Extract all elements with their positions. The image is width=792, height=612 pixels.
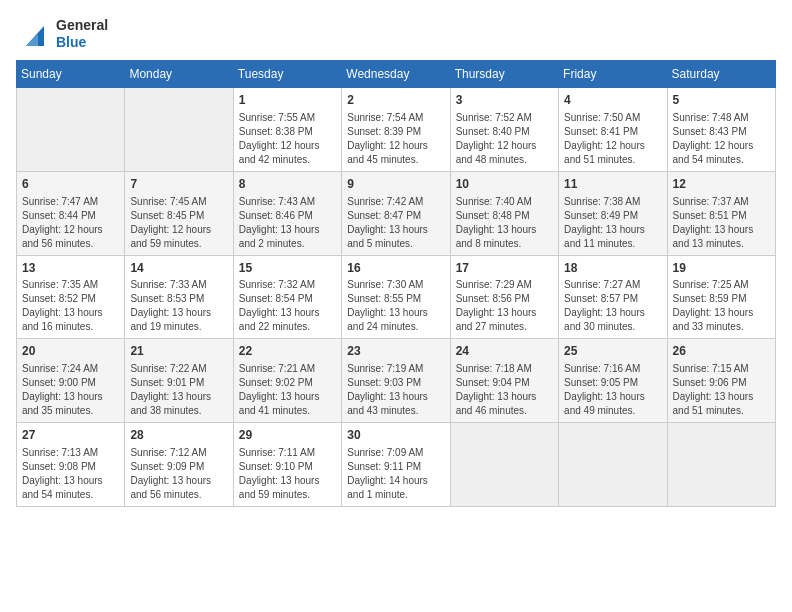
col-header-thursday: Thursday [450, 61, 558, 88]
day-detail: Sunrise: 7:18 AM Sunset: 9:04 PM Dayligh… [456, 362, 553, 418]
day-detail: Sunrise: 7:09 AM Sunset: 9:11 PM Dayligh… [347, 446, 444, 502]
day-number: 18 [564, 260, 661, 277]
calendar-cell-4-4: 23Sunrise: 7:19 AM Sunset: 9:03 PM Dayli… [342, 339, 450, 423]
day-number: 3 [456, 92, 553, 109]
day-detail: Sunrise: 7:42 AM Sunset: 8:47 PM Dayligh… [347, 195, 444, 251]
day-number: 26 [673, 343, 770, 360]
calendar-cell-3-6: 18Sunrise: 7:27 AM Sunset: 8:57 PM Dayli… [559, 255, 667, 339]
day-number: 2 [347, 92, 444, 109]
calendar-cell-1-6: 4Sunrise: 7:50 AM Sunset: 8:41 PM Daylig… [559, 88, 667, 172]
calendar-cell-2-1: 6Sunrise: 7:47 AM Sunset: 8:44 PM Daylig… [17, 171, 125, 255]
day-detail: Sunrise: 7:43 AM Sunset: 8:46 PM Dayligh… [239, 195, 336, 251]
day-detail: Sunrise: 7:25 AM Sunset: 8:59 PM Dayligh… [673, 278, 770, 334]
week-row-5: 27Sunrise: 7:13 AM Sunset: 9:08 PM Dayli… [17, 423, 776, 507]
day-detail: Sunrise: 7:40 AM Sunset: 8:48 PM Dayligh… [456, 195, 553, 251]
day-detail: Sunrise: 7:32 AM Sunset: 8:54 PM Dayligh… [239, 278, 336, 334]
calendar-cell-5-3: 29Sunrise: 7:11 AM Sunset: 9:10 PM Dayli… [233, 423, 341, 507]
calendar-cell-2-6: 11Sunrise: 7:38 AM Sunset: 8:49 PM Dayli… [559, 171, 667, 255]
day-detail: Sunrise: 7:48 AM Sunset: 8:43 PM Dayligh… [673, 111, 770, 167]
calendar-cell-3-2: 14Sunrise: 7:33 AM Sunset: 8:53 PM Dayli… [125, 255, 233, 339]
day-detail: Sunrise: 7:47 AM Sunset: 8:44 PM Dayligh… [22, 195, 119, 251]
day-number: 6 [22, 176, 119, 193]
calendar-cell-5-1: 27Sunrise: 7:13 AM Sunset: 9:08 PM Dayli… [17, 423, 125, 507]
day-detail: Sunrise: 7:29 AM Sunset: 8:56 PM Dayligh… [456, 278, 553, 334]
day-detail: Sunrise: 7:22 AM Sunset: 9:01 PM Dayligh… [130, 362, 227, 418]
week-row-4: 20Sunrise: 7:24 AM Sunset: 9:00 PM Dayli… [17, 339, 776, 423]
day-detail: Sunrise: 7:24 AM Sunset: 9:00 PM Dayligh… [22, 362, 119, 418]
day-number: 7 [130, 176, 227, 193]
day-number: 27 [22, 427, 119, 444]
logo-blue: Blue [56, 34, 108, 51]
day-detail: Sunrise: 7:21 AM Sunset: 9:02 PM Dayligh… [239, 362, 336, 418]
page-header: GeneralBlue [16, 16, 776, 52]
calendar-cell-1-4: 2Sunrise: 7:54 AM Sunset: 8:39 PM Daylig… [342, 88, 450, 172]
day-number: 13 [22, 260, 119, 277]
day-number: 17 [456, 260, 553, 277]
day-detail: Sunrise: 7:54 AM Sunset: 8:39 PM Dayligh… [347, 111, 444, 167]
calendar-cell-3-5: 17Sunrise: 7:29 AM Sunset: 8:56 PM Dayli… [450, 255, 558, 339]
calendar-cell-2-2: 7Sunrise: 7:45 AM Sunset: 8:45 PM Daylig… [125, 171, 233, 255]
day-detail: Sunrise: 7:12 AM Sunset: 9:09 PM Dayligh… [130, 446, 227, 502]
day-number: 8 [239, 176, 336, 193]
day-number: 5 [673, 92, 770, 109]
day-detail: Sunrise: 7:35 AM Sunset: 8:52 PM Dayligh… [22, 278, 119, 334]
calendar-cell-4-3: 22Sunrise: 7:21 AM Sunset: 9:02 PM Dayli… [233, 339, 341, 423]
day-detail: Sunrise: 7:38 AM Sunset: 8:49 PM Dayligh… [564, 195, 661, 251]
svg-marker-1 [26, 34, 38, 46]
col-header-tuesday: Tuesday [233, 61, 341, 88]
col-header-sunday: Sunday [17, 61, 125, 88]
day-number: 22 [239, 343, 336, 360]
col-header-saturday: Saturday [667, 61, 775, 88]
day-detail: Sunrise: 7:30 AM Sunset: 8:55 PM Dayligh… [347, 278, 444, 334]
col-header-wednesday: Wednesday [342, 61, 450, 88]
day-number: 29 [239, 427, 336, 444]
day-number: 25 [564, 343, 661, 360]
day-detail: Sunrise: 7:11 AM Sunset: 9:10 PM Dayligh… [239, 446, 336, 502]
day-detail: Sunrise: 7:19 AM Sunset: 9:03 PM Dayligh… [347, 362, 444, 418]
calendar-cell-4-2: 21Sunrise: 7:22 AM Sunset: 9:01 PM Dayli… [125, 339, 233, 423]
calendar-cell-3-7: 19Sunrise: 7:25 AM Sunset: 8:59 PM Dayli… [667, 255, 775, 339]
day-number: 1 [239, 92, 336, 109]
day-number: 12 [673, 176, 770, 193]
calendar-cell-4-1: 20Sunrise: 7:24 AM Sunset: 9:00 PM Dayli… [17, 339, 125, 423]
day-detail: Sunrise: 7:52 AM Sunset: 8:40 PM Dayligh… [456, 111, 553, 167]
day-number: 9 [347, 176, 444, 193]
calendar-cell-2-7: 12Sunrise: 7:37 AM Sunset: 8:51 PM Dayli… [667, 171, 775, 255]
calendar-cell-1-5: 3Sunrise: 7:52 AM Sunset: 8:40 PM Daylig… [450, 88, 558, 172]
calendar-cell-2-5: 10Sunrise: 7:40 AM Sunset: 8:48 PM Dayli… [450, 171, 558, 255]
calendar-cell-3-1: 13Sunrise: 7:35 AM Sunset: 8:52 PM Dayli… [17, 255, 125, 339]
calendar-table: SundayMondayTuesdayWednesdayThursdayFrid… [16, 60, 776, 507]
day-number: 11 [564, 176, 661, 193]
logo-svg [16, 16, 52, 52]
day-number: 24 [456, 343, 553, 360]
calendar-cell-1-7: 5Sunrise: 7:48 AM Sunset: 8:43 PM Daylig… [667, 88, 775, 172]
day-number: 19 [673, 260, 770, 277]
day-detail: Sunrise: 7:13 AM Sunset: 9:08 PM Dayligh… [22, 446, 119, 502]
calendar-cell-2-3: 8Sunrise: 7:43 AM Sunset: 8:46 PM Daylig… [233, 171, 341, 255]
day-detail: Sunrise: 7:15 AM Sunset: 9:06 PM Dayligh… [673, 362, 770, 418]
logo-text: GeneralBlue [56, 17, 108, 51]
day-number: 16 [347, 260, 444, 277]
week-row-2: 6Sunrise: 7:47 AM Sunset: 8:44 PM Daylig… [17, 171, 776, 255]
calendar-cell-5-5 [450, 423, 558, 507]
calendar-header: SundayMondayTuesdayWednesdayThursdayFrid… [17, 61, 776, 88]
day-detail: Sunrise: 7:55 AM Sunset: 8:38 PM Dayligh… [239, 111, 336, 167]
day-detail: Sunrise: 7:33 AM Sunset: 8:53 PM Dayligh… [130, 278, 227, 334]
col-header-friday: Friday [559, 61, 667, 88]
day-detail: Sunrise: 7:37 AM Sunset: 8:51 PM Dayligh… [673, 195, 770, 251]
day-number: 20 [22, 343, 119, 360]
calendar-cell-1-2 [125, 88, 233, 172]
calendar-cell-2-4: 9Sunrise: 7:42 AM Sunset: 8:47 PM Daylig… [342, 171, 450, 255]
col-header-monday: Monday [125, 61, 233, 88]
day-number: 21 [130, 343, 227, 360]
day-number: 15 [239, 260, 336, 277]
week-row-1: 1Sunrise: 7:55 AM Sunset: 8:38 PM Daylig… [17, 88, 776, 172]
day-detail: Sunrise: 7:45 AM Sunset: 8:45 PM Dayligh… [130, 195, 227, 251]
day-number: 4 [564, 92, 661, 109]
calendar-cell-4-7: 26Sunrise: 7:15 AM Sunset: 9:06 PM Dayli… [667, 339, 775, 423]
calendar-cell-5-2: 28Sunrise: 7:12 AM Sunset: 9:09 PM Dayli… [125, 423, 233, 507]
calendar-cell-4-5: 24Sunrise: 7:18 AM Sunset: 9:04 PM Dayli… [450, 339, 558, 423]
calendar-cell-1-3: 1Sunrise: 7:55 AM Sunset: 8:38 PM Daylig… [233, 88, 341, 172]
calendar-cell-5-4: 30Sunrise: 7:09 AM Sunset: 9:11 PM Dayli… [342, 423, 450, 507]
calendar-cell-3-4: 16Sunrise: 7:30 AM Sunset: 8:55 PM Dayli… [342, 255, 450, 339]
